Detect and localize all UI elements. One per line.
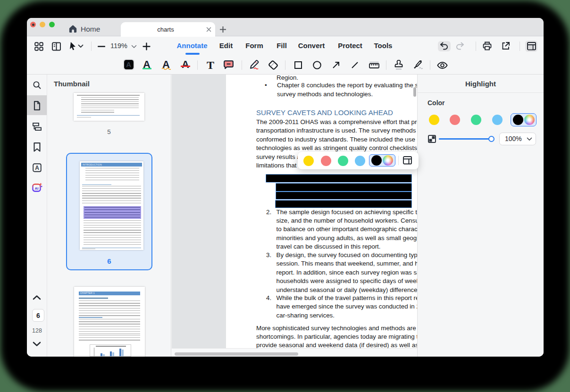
svg-text:A: A bbox=[35, 165, 39, 171]
svg-text:AI: AI bbox=[35, 186, 39, 191]
